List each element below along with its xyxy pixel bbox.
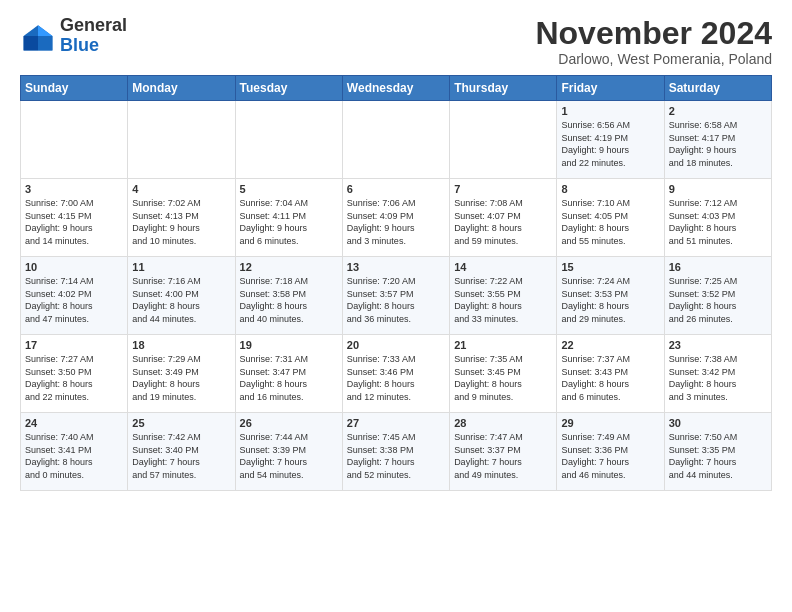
day-info: Sunrise: 7:08 AM Sunset: 4:07 PM Dayligh… [454, 197, 552, 247]
day-number: 18 [132, 339, 230, 351]
day-info: Sunrise: 7:42 AM Sunset: 3:40 PM Dayligh… [132, 431, 230, 481]
day-info: Sunrise: 7:50 AM Sunset: 3:35 PM Dayligh… [669, 431, 767, 481]
day-number: 27 [347, 417, 445, 429]
day-cell-w2d0: 10Sunrise: 7:14 AM Sunset: 4:02 PM Dayli… [21, 257, 128, 335]
day-info: Sunrise: 7:45 AM Sunset: 3:38 PM Dayligh… [347, 431, 445, 481]
day-number: 19 [240, 339, 338, 351]
day-cell-w4d2: 26Sunrise: 7:44 AM Sunset: 3:39 PM Dayli… [235, 413, 342, 491]
day-number: 13 [347, 261, 445, 273]
day-cell-w0d4 [450, 101, 557, 179]
day-cell-w4d1: 25Sunrise: 7:42 AM Sunset: 3:40 PM Dayli… [128, 413, 235, 491]
day-number: 6 [347, 183, 445, 195]
week-row-1: 3Sunrise: 7:00 AM Sunset: 4:15 PM Daylig… [21, 179, 772, 257]
logo-blue: Blue [60, 35, 99, 55]
day-info: Sunrise: 7:24 AM Sunset: 3:53 PM Dayligh… [561, 275, 659, 325]
day-cell-w1d6: 9Sunrise: 7:12 AM Sunset: 4:03 PM Daylig… [664, 179, 771, 257]
day-number: 28 [454, 417, 552, 429]
day-number: 23 [669, 339, 767, 351]
day-cell-w1d3: 6Sunrise: 7:06 AM Sunset: 4:09 PM Daylig… [342, 179, 449, 257]
logo: General Blue [20, 16, 127, 56]
week-row-3: 17Sunrise: 7:27 AM Sunset: 3:50 PM Dayli… [21, 335, 772, 413]
day-cell-w1d1: 4Sunrise: 7:02 AM Sunset: 4:13 PM Daylig… [128, 179, 235, 257]
day-cell-w4d6: 30Sunrise: 7:50 AM Sunset: 3:35 PM Dayli… [664, 413, 771, 491]
day-cell-w3d6: 23Sunrise: 7:38 AM Sunset: 3:42 PM Dayli… [664, 335, 771, 413]
day-info: Sunrise: 7:40 AM Sunset: 3:41 PM Dayligh… [25, 431, 123, 481]
day-info: Sunrise: 7:44 AM Sunset: 3:39 PM Dayligh… [240, 431, 338, 481]
day-cell-w4d4: 28Sunrise: 7:47 AM Sunset: 3:37 PM Dayli… [450, 413, 557, 491]
day-number: 22 [561, 339, 659, 351]
day-number: 4 [132, 183, 230, 195]
day-number: 15 [561, 261, 659, 273]
day-number: 7 [454, 183, 552, 195]
day-cell-w0d3 [342, 101, 449, 179]
day-cell-w1d5: 8Sunrise: 7:10 AM Sunset: 4:05 PM Daylig… [557, 179, 664, 257]
day-number: 9 [669, 183, 767, 195]
day-cell-w4d0: 24Sunrise: 7:40 AM Sunset: 3:41 PM Dayli… [21, 413, 128, 491]
header-wednesday: Wednesday [342, 76, 449, 101]
day-cell-w0d2 [235, 101, 342, 179]
day-number: 1 [561, 105, 659, 117]
day-info: Sunrise: 7:18 AM Sunset: 3:58 PM Dayligh… [240, 275, 338, 325]
day-cell-w2d3: 13Sunrise: 7:20 AM Sunset: 3:57 PM Dayli… [342, 257, 449, 335]
day-number: 30 [669, 417, 767, 429]
header: General Blue November 2024 Darlowo, West… [20, 16, 772, 67]
day-cell-w1d2: 5Sunrise: 7:04 AM Sunset: 4:11 PM Daylig… [235, 179, 342, 257]
week-row-0: 1Sunrise: 6:56 AM Sunset: 4:19 PM Daylig… [21, 101, 772, 179]
day-info: Sunrise: 7:49 AM Sunset: 3:36 PM Dayligh… [561, 431, 659, 481]
day-number: 8 [561, 183, 659, 195]
day-info: Sunrise: 7:47 AM Sunset: 3:37 PM Dayligh… [454, 431, 552, 481]
header-sunday: Sunday [21, 76, 128, 101]
day-info: Sunrise: 7:22 AM Sunset: 3:55 PM Dayligh… [454, 275, 552, 325]
day-cell-w0d0 [21, 101, 128, 179]
day-number: 26 [240, 417, 338, 429]
day-number: 10 [25, 261, 123, 273]
week-row-4: 24Sunrise: 7:40 AM Sunset: 3:41 PM Dayli… [21, 413, 772, 491]
header-friday: Friday [557, 76, 664, 101]
day-cell-w0d6: 2Sunrise: 6:58 AM Sunset: 4:17 PM Daylig… [664, 101, 771, 179]
day-cell-w4d5: 29Sunrise: 7:49 AM Sunset: 3:36 PM Dayli… [557, 413, 664, 491]
day-cell-w3d5: 22Sunrise: 7:37 AM Sunset: 3:43 PM Dayli… [557, 335, 664, 413]
day-info: Sunrise: 7:06 AM Sunset: 4:09 PM Dayligh… [347, 197, 445, 247]
svg-marker-2 [24, 36, 38, 50]
header-thursday: Thursday [450, 76, 557, 101]
day-info: Sunrise: 7:29 AM Sunset: 3:49 PM Dayligh… [132, 353, 230, 403]
day-cell-w3d2: 19Sunrise: 7:31 AM Sunset: 3:47 PM Dayli… [235, 335, 342, 413]
day-info: Sunrise: 7:04 AM Sunset: 4:11 PM Dayligh… [240, 197, 338, 247]
svg-marker-1 [38, 25, 52, 36]
day-info: Sunrise: 7:16 AM Sunset: 4:00 PM Dayligh… [132, 275, 230, 325]
day-cell-w2d1: 11Sunrise: 7:16 AM Sunset: 4:00 PM Dayli… [128, 257, 235, 335]
page: General Blue November 2024 Darlowo, West… [0, 0, 792, 612]
day-cell-w0d1 [128, 101, 235, 179]
day-cell-w2d2: 12Sunrise: 7:18 AM Sunset: 3:58 PM Dayli… [235, 257, 342, 335]
month-title: November 2024 [535, 16, 772, 51]
header-row: Sunday Monday Tuesday Wednesday Thursday… [21, 76, 772, 101]
day-cell-w4d3: 27Sunrise: 7:45 AM Sunset: 3:38 PM Dayli… [342, 413, 449, 491]
day-number: 14 [454, 261, 552, 273]
day-cell-w2d5: 15Sunrise: 7:24 AM Sunset: 3:53 PM Dayli… [557, 257, 664, 335]
calendar-table: Sunday Monday Tuesday Wednesday Thursday… [20, 75, 772, 491]
day-number: 11 [132, 261, 230, 273]
day-cell-w0d5: 1Sunrise: 6:56 AM Sunset: 4:19 PM Daylig… [557, 101, 664, 179]
day-info: Sunrise: 7:25 AM Sunset: 3:52 PM Dayligh… [669, 275, 767, 325]
day-info: Sunrise: 7:38 AM Sunset: 3:42 PM Dayligh… [669, 353, 767, 403]
day-info: Sunrise: 7:27 AM Sunset: 3:50 PM Dayligh… [25, 353, 123, 403]
day-number: 21 [454, 339, 552, 351]
day-cell-w3d3: 20Sunrise: 7:33 AM Sunset: 3:46 PM Dayli… [342, 335, 449, 413]
week-row-2: 10Sunrise: 7:14 AM Sunset: 4:02 PM Dayli… [21, 257, 772, 335]
day-info: Sunrise: 7:02 AM Sunset: 4:13 PM Dayligh… [132, 197, 230, 247]
day-info: Sunrise: 7:33 AM Sunset: 3:46 PM Dayligh… [347, 353, 445, 403]
day-cell-w1d0: 3Sunrise: 7:00 AM Sunset: 4:15 PM Daylig… [21, 179, 128, 257]
day-number: 2 [669, 105, 767, 117]
header-monday: Monday [128, 76, 235, 101]
day-number: 17 [25, 339, 123, 351]
day-info: Sunrise: 7:12 AM Sunset: 4:03 PM Dayligh… [669, 197, 767, 247]
day-number: 16 [669, 261, 767, 273]
header-saturday: Saturday [664, 76, 771, 101]
day-cell-w2d6: 16Sunrise: 7:25 AM Sunset: 3:52 PM Dayli… [664, 257, 771, 335]
day-number: 24 [25, 417, 123, 429]
day-info: Sunrise: 7:35 AM Sunset: 3:45 PM Dayligh… [454, 353, 552, 403]
day-info: Sunrise: 7:10 AM Sunset: 4:05 PM Dayligh… [561, 197, 659, 247]
title-block: November 2024 Darlowo, West Pomerania, P… [535, 16, 772, 67]
logo-text: General Blue [60, 16, 127, 56]
day-cell-w1d4: 7Sunrise: 7:08 AM Sunset: 4:07 PM Daylig… [450, 179, 557, 257]
